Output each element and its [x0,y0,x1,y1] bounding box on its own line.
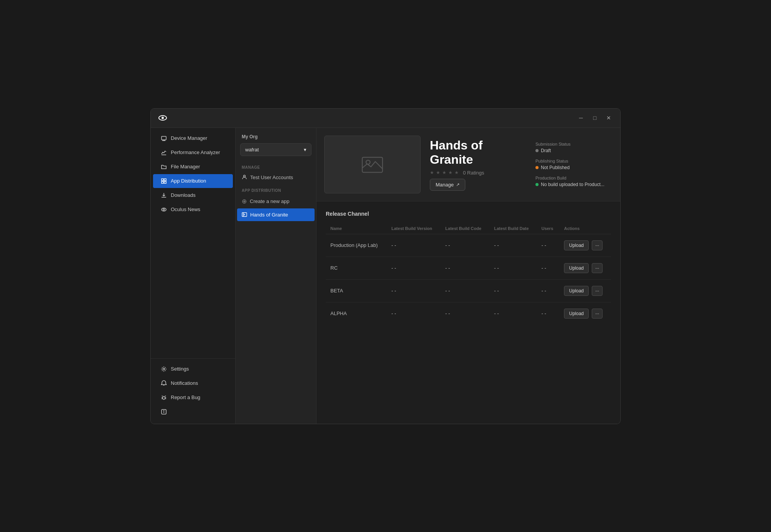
svg-point-26 [164,410,164,411]
build-code-beta: - - [441,279,490,302]
build-version-beta: - - [387,279,441,302]
download-icon [161,192,167,198]
submission-status-row: Draft [535,148,613,153]
build-date-beta: - - [490,279,537,302]
upload-button-production[interactable]: Upload [564,240,589,250]
upload-button-alpha[interactable]: Upload [564,309,589,319]
submission-status-dot [535,149,539,152]
close-button[interactable]: ✕ [603,112,614,123]
star-1: ★ [430,170,435,175]
actions-alpha: Upload ··· [559,302,611,325]
svg-point-31 [366,160,370,164]
minimize-button[interactable]: ─ [576,112,586,123]
plus-icon: ⊕ [242,198,247,205]
manage-section-label: Manage [236,162,316,171]
svg-rect-9 [162,181,163,183]
channel-name-alpha: ALPHA [326,302,387,325]
svg-rect-7 [162,179,163,181]
nav-item-test-user-accounts[interactable]: Test User Accounts [236,171,316,184]
sidebar-item-downloads[interactable]: Downloads [153,188,233,202]
users-beta: - - [537,279,559,302]
channel-name-production: Production (App Lab) [326,234,387,257]
sidebar-item-performance-analyzer[interactable]: Performance Analyzer [153,146,233,159]
manage-button[interactable]: Manage ↗ [430,179,465,191]
sidebar-item-app-distribution[interactable]: App Distribution [153,174,233,188]
app-status-panel: Submission Status Draft Publishing Statu… [535,136,613,193]
publishing-status-value: Not Published [541,165,570,170]
oculus-logo-icon [158,113,167,123]
submission-status-value: Draft [541,148,551,153]
publishing-status-dot [535,166,539,169]
star-rating: ★ ★ ★ ★ ★ [430,170,460,175]
app-icon [242,212,247,217]
create-app-label: Create a new app [250,198,290,204]
production-build-label: Production Build [535,176,613,180]
nav-item-hands-of-granite[interactable]: Hands of Granite [237,208,315,221]
org-selector[interactable]: wafrat ▾ [240,143,311,156]
users-alpha: - - [537,302,559,325]
production-build-row: No build uploaded to Product... [535,182,613,187]
sidebar-item-file-manager[interactable]: File Manager [153,160,233,174]
sidebar-item-oculus-news-label: Oculus News [171,206,200,212]
info-icon [161,409,167,415]
submission-status-section: Submission Status Draft [535,142,613,153]
release-channel-table: Name Latest Build Version Latest Build C… [326,223,611,325]
ratings-count: 0 Ratings [463,170,484,176]
star-4: ★ [448,170,454,175]
more-button-alpha[interactable]: ··· [592,309,603,319]
star-2: ★ [436,170,441,175]
table-header-row: Name Latest Build Version Latest Build C… [326,223,611,234]
users-production: - - [537,234,559,257]
sidebar-item-notifications-label: Notifications [171,380,198,386]
app-distribution-section-label: App Distribution [236,184,316,194]
svg-line-18 [162,396,163,396]
more-button-beta[interactable]: ··· [592,286,603,296]
sidebar-item-info[interactable] [153,405,233,419]
release-channel-title: Release Channel [326,211,611,217]
publishing-status-row: Not Published [535,165,613,170]
table-row: Production (App Lab) - - - - - - - - Upl… [326,234,611,257]
sidebar-item-report-bug[interactable]: Report a Bug [153,391,233,404]
svg-point-1 [162,117,164,119]
create-app-item[interactable]: ⊕ Create a new app [236,194,316,208]
sidebar-item-app-distribution-label: App Distribution [171,178,206,184]
build-date-alpha: - - [490,302,537,325]
actions-rc: Upload ··· [559,257,611,279]
sidebar-item-file-manager-label: File Manager [171,164,200,170]
production-build-section: Production Build No build uploaded to Pr… [535,176,613,187]
svg-line-19 [165,396,166,396]
org-selector-value: wafrat [245,147,259,153]
grid-icon [161,178,167,184]
more-button-production[interactable]: ··· [592,240,603,250]
build-code-production: - - [441,234,490,257]
sidebar-item-device-manager[interactable]: Device Manager [153,131,233,145]
col-latest-build-version: Latest Build Version [387,223,441,234]
sidebar-item-oculus-news[interactable]: Oculus News [153,203,233,216]
bell-icon [161,380,167,386]
upload-button-rc[interactable]: Upload [564,263,589,273]
upload-button-beta[interactable]: Upload [564,286,589,296]
svg-rect-8 [164,179,166,181]
build-code-rc: - - [441,257,490,279]
table-row: RC - - - - - - - - Upload ··· [326,257,611,279]
window-controls: ─ □ ✕ [576,112,614,123]
middle-panel: My Org wafrat ▾ Manage Test User Account… [236,128,316,424]
folder-icon [161,164,167,170]
device-icon [161,135,167,141]
app-thumbnail [324,136,421,193]
production-build-value: No build uploaded to Product... [541,182,604,187]
publishing-status-label: Publishing Status [535,159,613,163]
actions-production: Upload ··· [559,234,611,257]
col-actions: Actions [559,223,611,234]
col-users: Users [537,223,559,234]
sidebar-item-performance-label: Performance Analyzer [171,149,220,155]
star-3: ★ [442,170,448,175]
gear-icon [161,366,167,372]
sidebar-item-report-bug-label: Report a Bug [171,394,200,400]
maximize-button[interactable]: □ [589,112,600,123]
nav-item-hands-of-granite-label: Hands of Granite [250,212,288,218]
app-header: Hands of Granite ★ ★ ★ ★ ★ 0 Ratings Man… [316,128,620,201]
more-button-rc[interactable]: ··· [592,263,603,273]
sidebar-item-notifications[interactable]: Notifications [153,376,233,390]
sidebar-item-settings[interactable]: Settings [153,362,233,376]
